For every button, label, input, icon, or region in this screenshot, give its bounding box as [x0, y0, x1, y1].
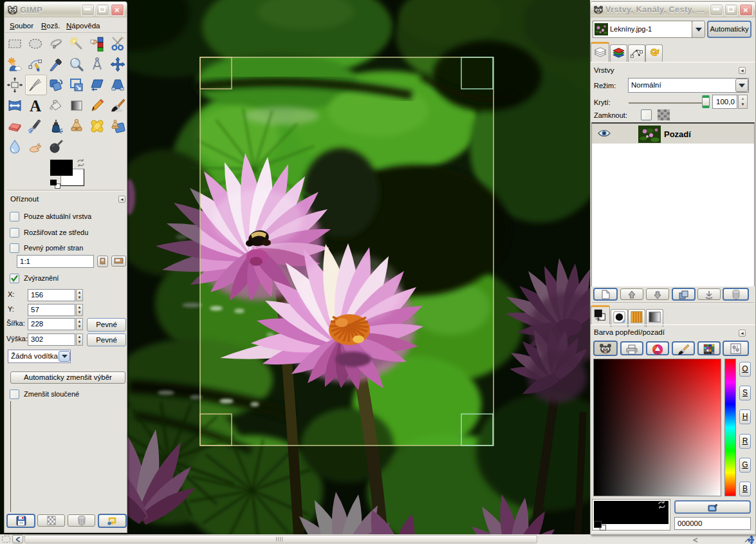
svg-text:A: A — [30, 98, 41, 113]
